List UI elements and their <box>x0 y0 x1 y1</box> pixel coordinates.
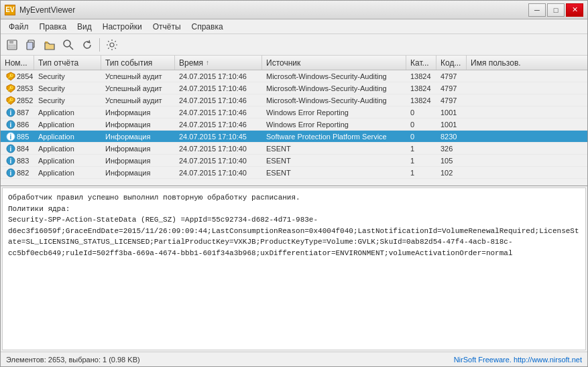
table-row[interactable]: i 883 Application Информация 24.07.2015 … <box>1 155 587 167</box>
table-row[interactable]: 🔑 2854 Security Успешный аудит 24.07.201… <box>1 70 587 82</box>
table-row[interactable]: i 887 Application Информация 24.07.2015 … <box>1 106 587 119</box>
cell-time: 24.07.2015 17:10:45 <box>175 131 262 142</box>
cell-source: Microsoft-Windows-Security-Auditing <box>262 70 406 82</box>
row-icon: i <box>5 131 17 142</box>
table-area: Ном... Тип отчёта Тип события Время ↑ Ис… <box>1 56 587 186</box>
table-row[interactable]: i 884 Application Информация 24.07.2015 … <box>1 143 587 155</box>
row-icon: i <box>5 119 17 130</box>
menu-view[interactable]: Вид <box>72 19 97 34</box>
cell-num: i 887 <box>1 106 34 118</box>
cell-user <box>467 155 520 166</box>
cell-type: Application <box>34 119 101 130</box>
cell-user <box>467 131 520 142</box>
cell-code: 102 <box>436 167 467 178</box>
table-row[interactable]: 🔑 2853 Security Успешный аудит 24.07.201… <box>1 82 587 94</box>
app-icon: EV <box>5 5 15 15</box>
svg-text:i: i <box>10 121 12 129</box>
cell-code: 1001 <box>436 119 467 130</box>
col-header-source[interactable]: Источник <box>262 56 406 70</box>
title-buttons: ─ □ ✕ <box>528 3 583 17</box>
cell-num: i 883 <box>1 155 34 166</box>
cell-source: Microsoft-Windows-Security-Auditing <box>262 94 406 106</box>
cell-type: Application <box>34 106 101 118</box>
col-header-time[interactable]: Время ↑ <box>175 56 262 70</box>
row-icon: 🔑 <box>5 94 17 106</box>
cell-time: 24.07.2015 17:10:40 <box>175 143 262 154</box>
cell-type: Application <box>34 155 101 166</box>
detail-area: Обработчик правил успешно выполнил повто… <box>2 188 586 350</box>
cell-cat: 1 <box>406 155 436 166</box>
cell-user <box>467 106 520 118</box>
menu-settings[interactable]: Настройки <box>97 19 148 34</box>
toolbar-search[interactable] <box>60 36 77 54</box>
svg-point-5 <box>64 40 70 47</box>
toolbar-save[interactable] <box>3 36 21 54</box>
cell-user <box>467 82 520 94</box>
table-row[interactable]: i 886 Application Информация 24.07.2015 … <box>1 119 587 131</box>
col-header-evtype[interactable]: Тип события <box>101 56 175 70</box>
cell-type: Application <box>34 131 101 142</box>
menu-reports[interactable]: Отчёты <box>148 19 186 34</box>
table-row[interactable]: i 885 Application Информация 24.07.2015 … <box>1 131 587 143</box>
cell-evtype: Информация <box>101 106 175 118</box>
maximize-button[interactable]: □ <box>547 3 565 17</box>
table-row[interactable]: 🔑 2852 Security Успешный аудит 24.07.201… <box>1 94 587 106</box>
cell-cat: 0 <box>406 131 436 142</box>
table-row[interactable]: i 882 Application Информация 24.07.2015 … <box>1 167 587 179</box>
svg-rect-2 <box>9 45 15 48</box>
status-left: Элементов: 2653, выбрано: 1 (0.98 KB) <box>6 356 140 364</box>
toolbar-settings[interactable] <box>103 36 121 54</box>
title-bar-left: EV MyEventViewer <box>5 5 75 15</box>
cell-evtype: Информация <box>101 131 175 142</box>
menu-file[interactable]: Файл <box>3 19 34 34</box>
col-header-user[interactable]: Имя пользов... <box>467 56 520 70</box>
menu-help[interactable]: Справка <box>186 19 229 34</box>
cell-time: 24.07.2015 17:10:46 <box>175 106 262 118</box>
col-header-num[interactable]: Ном... <box>1 56 34 70</box>
cell-code: 4797 <box>436 82 467 94</box>
cell-user <box>467 119 520 130</box>
cell-source: Software Protection Platform Service <box>262 131 406 142</box>
cell-source: Windows Error Reporting <box>262 119 406 130</box>
cell-source: Microsoft-Windows-Security-Auditing <box>262 82 406 94</box>
cell-num: i 882 <box>1 167 34 178</box>
col-header-cat[interactable]: Кат... <box>406 56 436 70</box>
close-button[interactable]: ✕ <box>566 3 583 17</box>
cell-source: ESENT <box>262 143 406 154</box>
cell-evtype: Успешный аудит <box>101 70 175 82</box>
svg-text:🔑: 🔑 <box>7 97 14 104</box>
cell-num: i 886 <box>1 119 34 130</box>
cell-user <box>467 94 520 106</box>
menu-edit[interactable]: Правка <box>34 19 72 34</box>
cell-num: i 885 <box>1 131 34 142</box>
cell-code: 4797 <box>436 94 467 106</box>
col-header-code[interactable]: Код... <box>436 56 467 70</box>
cell-time: 24.07.2015 17:10:46 <box>175 119 262 130</box>
status-right: NirSoft Freeware. http://www.nirsoft.net <box>454 356 582 364</box>
row-icon: 🔑 <box>5 70 17 82</box>
sort-arrow: ↑ <box>206 59 209 66</box>
cell-num: 🔑 2854 <box>1 70 34 82</box>
col-header-type[interactable]: Тип отчёта <box>34 56 101 70</box>
toolbar-copy[interactable] <box>22 36 40 54</box>
cell-time: 24.07.2015 17:10:40 <box>175 167 262 178</box>
cell-num: 🔑 2853 <box>1 82 34 94</box>
cell-cat: 13824 <box>406 70 436 82</box>
cell-num: 🔑 2852 <box>1 94 34 106</box>
cell-cat: 13824 <box>406 82 436 94</box>
cell-evtype: Информация <box>101 119 175 130</box>
cell-evtype: Информация <box>101 155 175 166</box>
cell-cat: 0 <box>406 119 436 130</box>
cell-num: i 884 <box>1 143 34 154</box>
svg-text:i: i <box>10 157 12 165</box>
cell-cat: 0 <box>406 106 436 118</box>
cell-evtype: Информация <box>101 167 175 178</box>
cell-source: ESENT <box>262 155 406 166</box>
row-icon: i <box>5 106 17 118</box>
cell-type: Security <box>34 94 101 106</box>
cell-cat: 1 <box>406 143 436 154</box>
minimize-button[interactable]: ─ <box>528 3 546 17</box>
toolbar-refresh[interactable] <box>78 36 96 54</box>
toolbar-open[interactable] <box>41 36 58 54</box>
cell-user <box>467 70 520 82</box>
